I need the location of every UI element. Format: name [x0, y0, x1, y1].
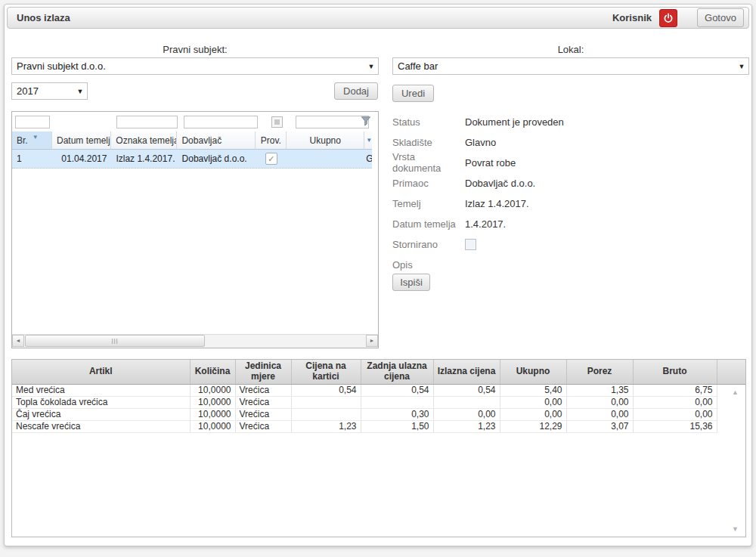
- grid-header-prov[interactable]: Prov.: [256, 132, 287, 150]
- stornirano-checkbox[interactable]: [465, 239, 476, 250]
- scroll-right-icon: ►: [370, 338, 375, 343]
- detail-skladiste-value: Glavno: [465, 137, 496, 148]
- funnel-icon: [361, 116, 371, 126]
- detail-skladiste-label: Skladište: [392, 137, 465, 148]
- items-header-porez[interactable]: Porez: [566, 360, 633, 384]
- cell-ukupno: [287, 150, 364, 168]
- documents-grid: Br.▼ Datum temelja Oznaka temelja Dobavl…: [11, 111, 379, 348]
- detail-datum-value: 1.4.2017.: [465, 218, 506, 230]
- item-zadnja-ulazna: 0,30: [361, 408, 433, 420]
- chevron-down-icon: ▼: [364, 63, 378, 70]
- filter-dobavljac-input[interactable]: [184, 116, 258, 128]
- logout-button[interactable]: [659, 9, 677, 27]
- items-scroll-down-button[interactable]: ▼: [732, 525, 739, 533]
- item-ukupno: 0,00: [500, 408, 566, 420]
- filter-br-input[interactable]: [15, 116, 50, 128]
- item-bruto: 15,36: [633, 420, 717, 432]
- grid-header-br[interactable]: Br.▼: [12, 132, 52, 150]
- done-button[interactable]: Gotovo: [697, 8, 744, 27]
- items-header-jedinica[interactable]: Jedinica mjere: [235, 360, 291, 384]
- item-cijena-kartici: [291, 408, 361, 420]
- items-header-cijena-kartici[interactable]: Cijena na kartici: [291, 360, 361, 384]
- add-button[interactable]: Dodaj: [334, 82, 378, 100]
- item-bruto: 0,00: [633, 408, 717, 420]
- location-value: Caffe bar: [393, 60, 735, 72]
- item-zadnja-ulazna: [361, 396, 433, 408]
- scroll-right-button[interactable]: ►: [366, 335, 378, 347]
- cell-next-partial: Gla: [364, 150, 372, 168]
- items-header-row: Artikl Količina Jedinica mjere Cijena na…: [12, 360, 745, 384]
- grid-row-selected[interactable]: 1 01.04.2017 Izlaz 1.4.2017. Dobavljač d…: [12, 150, 372, 169]
- item-zadnja-ulazna: 1,50: [361, 420, 433, 432]
- checkbox-indeterminate-mark: [274, 119, 280, 125]
- detail-opis-label: Opis: [392, 259, 465, 271]
- item-ukupno: 0,00: [500, 396, 566, 408]
- item-jedinica: Vrećica: [235, 408, 291, 420]
- detail-stornirano: Stornirano: [392, 237, 476, 252]
- item-izlazna: 0,54: [433, 384, 500, 396]
- cell-datum-temelja: 01.04.2017: [52, 150, 111, 168]
- scroll-left-button[interactable]: ◄: [12, 335, 24, 347]
- chevron-down-icon: ▼: [73, 88, 87, 95]
- item-porez: 3,07: [566, 420, 633, 432]
- item-row[interactable]: Nescafe vrećica 10,0000 Vrećica 1,23 1,5…: [12, 420, 745, 432]
- item-cijena-kartici: 1,23: [291, 420, 361, 432]
- detail-skladiste: Skladište Glavno: [392, 135, 496, 150]
- legal-entity-value: Pravni subjekt d.o.o.: [12, 60, 364, 72]
- item-kolicina: 10,0000: [190, 396, 235, 408]
- location-select[interactable]: Caffe bar ▼: [392, 57, 749, 75]
- items-header-kolicina[interactable]: Količina: [190, 360, 235, 384]
- checkmark-icon: ✓: [268, 155, 274, 163]
- scrollbar-thumb[interactable]: |||: [25, 335, 205, 347]
- grid-header-row: Br.▼ Datum temelja Oznaka temelja Dobavl…: [12, 132, 372, 150]
- cell-dobavljac: Dobavljač d.o.o.: [178, 150, 256, 168]
- item-izlazna: 0,00: [433, 408, 500, 420]
- edit-button[interactable]: Uredi: [392, 85, 434, 102]
- year-select[interactable]: 2017 ▼: [11, 82, 88, 100]
- grid-header-datum-temelja[interactable]: Datum temelja: [52, 132, 111, 150]
- detail-datum-temelja: Datum temelja 1.4.2017.: [392, 216, 506, 231]
- location-label: Lokal:: [392, 44, 749, 55]
- item-artikl: Topla čokolada vrećica: [12, 396, 190, 408]
- items-header-ukupno[interactable]: Ukupno: [500, 360, 566, 384]
- items-scroll-up-button[interactable]: ▲: [732, 388, 739, 396]
- grid-header-dobavljac[interactable]: Dobavljač: [177, 132, 256, 150]
- grid-header-ukupno[interactable]: Ukupno: [287, 132, 364, 150]
- detail-status-value: Dokument je proveden: [465, 116, 564, 128]
- legal-entity-label: Pravni subjekt:: [11, 44, 379, 55]
- items-header-zadnja-ulazna[interactable]: Zadnja ulazna cijena: [361, 360, 433, 384]
- filter-oznaka-input[interactable]: [116, 116, 178, 128]
- item-jedinica: Vrećica: [235, 396, 291, 408]
- detail-opis: Opis: [392, 257, 465, 272]
- page-title: Unos izlaza: [8, 12, 70, 23]
- detail-temelj-value: Izlaz 1.4.2017.: [465, 198, 529, 209]
- detail-vrsta-dokumenta: Vrsta dokumenta Povrat robe: [392, 155, 516, 170]
- filter-prov-checkbox[interactable]: [271, 116, 283, 128]
- item-row[interactable]: Topla čokolada vrećica 10,0000 Vrećica 0…: [12, 396, 745, 408]
- items-header-artikl[interactable]: Artikl: [12, 360, 190, 384]
- user-label: Korisnik: [612, 12, 652, 23]
- item-bruto: 6,75: [633, 384, 717, 396]
- grid-header-more[interactable]: ▼: [364, 132, 372, 150]
- title-bar: Unos izlaza Korisnik Gotovo: [7, 7, 749, 29]
- detail-primaoc: Primaoc Dobavljač d.o.o.: [392, 175, 535, 190]
- print-button[interactable]: Ispiši: [392, 274, 430, 291]
- grid-horizontal-scrollbar[interactable]: ◄ ||| ►: [12, 334, 378, 348]
- item-cijena-kartici: 0,54: [291, 384, 361, 396]
- item-row[interactable]: Med vrećica 10,0000 Vrećica 0,54 0,54 0,…: [12, 384, 745, 396]
- detail-stornirano-label: Stornirano: [392, 239, 465, 250]
- item-cijena-kartici: [291, 396, 361, 408]
- legal-entity-select[interactable]: Pravni subjekt d.o.o. ▼: [11, 57, 379, 75]
- items-header-izlazna[interactable]: Izlazna cijena: [433, 360, 500, 384]
- item-kolicina: 10,0000: [190, 420, 235, 432]
- item-kolicina: 10,0000: [190, 384, 235, 396]
- scroll-up-icon: ▲: [732, 388, 739, 396]
- filter-funnel-button[interactable]: [361, 116, 371, 129]
- prov-checkbox-checked[interactable]: ✓: [265, 153, 277, 165]
- items-header-bruto[interactable]: Bruto: [633, 360, 717, 384]
- grid-filter-row: [12, 112, 372, 132]
- filter-ukupno-input[interactable]: [296, 116, 369, 128]
- item-row[interactable]: Čaj vrećica 10,0000 Vrećica 0,30 0,00 0,…: [12, 408, 745, 420]
- grid-header-oznaka-temelja[interactable]: Oznaka temelja: [111, 132, 177, 150]
- cell-br: 1: [12, 150, 52, 168]
